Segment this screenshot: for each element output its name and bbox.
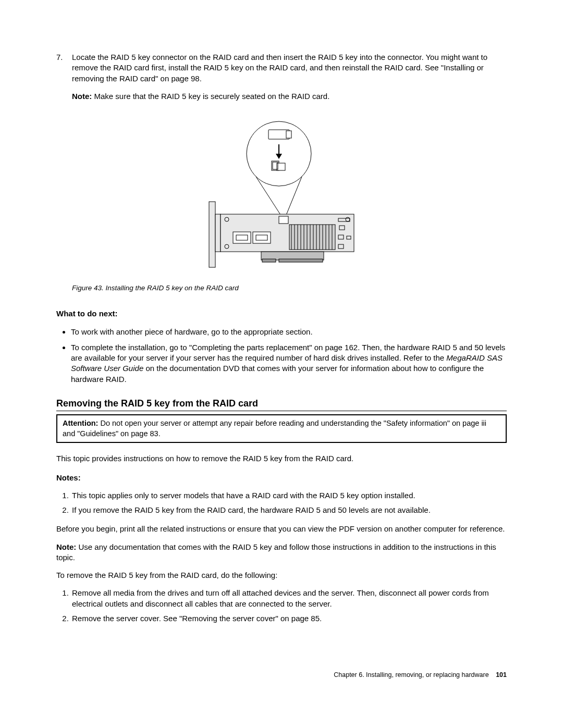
removal-steps: Remove all media from the drives and tur… (56, 588, 507, 624)
list-item: Remove all media from the drives and tur… (71, 588, 507, 609)
svg-rect-10 (209, 202, 215, 267)
list-item: To complete the installation, go to "Com… (71, 342, 507, 385)
svg-marker-6 (276, 154, 282, 159)
attention-label: Attention: (63, 419, 98, 427)
svg-rect-16 (233, 232, 251, 243)
list-item-text: To complete the installation, go to "Com… (71, 343, 505, 384)
svg-line-1 (256, 177, 282, 216)
step-7-note: Note: Make sure that the RAID 5 key is s… (72, 91, 507, 102)
note-body: Make sure that the RAID 5 key is securel… (94, 92, 330, 101)
svg-rect-20 (279, 216, 288, 224)
note-body: Use any documentation that comes with th… (56, 542, 496, 562)
figure-caption: Figure 43. Installing the RAID 5 key on … (56, 283, 507, 293)
raid-card-illustration (206, 117, 357, 274)
svg-rect-42 (262, 259, 276, 262)
section-heading: Removing the RAID 5 key from the RAID ca… (56, 397, 507, 411)
notes-heading: Notes: (56, 473, 507, 483)
note-label: Note: (72, 92, 92, 101)
attention-body: Do not open your server or attempt any r… (63, 419, 486, 438)
figure-43: Figure 43. Installing the RAID 5 key on … (56, 117, 507, 293)
step-7: 7. Locate the RAID 5 key connector on th… (56, 52, 507, 102)
list-item: If you remove the RAID 5 key from the RA… (71, 505, 507, 515)
note-paragraph: Note: Use any documentation that comes w… (56, 542, 507, 563)
intro-paragraph: This topic provides instructions on how … (56, 453, 507, 464)
footer-chapter: Chapter 6. Installing, removing, or repl… (334, 671, 488, 678)
svg-rect-4 (286, 131, 291, 138)
list-item: To work with another piece of hardware, … (71, 327, 507, 337)
svg-rect-18 (253, 232, 271, 243)
page-footer: Chapter 6. Installing, removing, or repl… (56, 671, 507, 680)
before-paragraph: Before you begin, print all the related … (56, 524, 507, 534)
step-7-body: Locate the RAID 5 key connector on the R… (72, 53, 487, 83)
list-item: This topic applies only to server models… (71, 490, 507, 501)
what-to-do-next-list: To work with another piece of hardware, … (56, 327, 507, 385)
svg-rect-11 (215, 214, 221, 252)
step-7-text: 7. Locate the RAID 5 key connector on th… (72, 52, 507, 84)
svg-rect-43 (279, 259, 323, 262)
what-to-do-next-heading: What to do next: (56, 309, 507, 319)
attention-box: Attention: Do not open your server or at… (56, 414, 507, 443)
footer-page-number: 101 (496, 671, 507, 678)
note-label: Note: (56, 542, 76, 551)
svg-rect-21 (289, 225, 335, 250)
step-7-number: 7. (56, 52, 70, 63)
list-item: Remove the server cover. See "Removing t… (71, 613, 507, 624)
notes-list: This topic applies only to server models… (56, 490, 507, 516)
todo-paragraph: To remove the RAID 5 key from the RAID c… (56, 570, 507, 581)
